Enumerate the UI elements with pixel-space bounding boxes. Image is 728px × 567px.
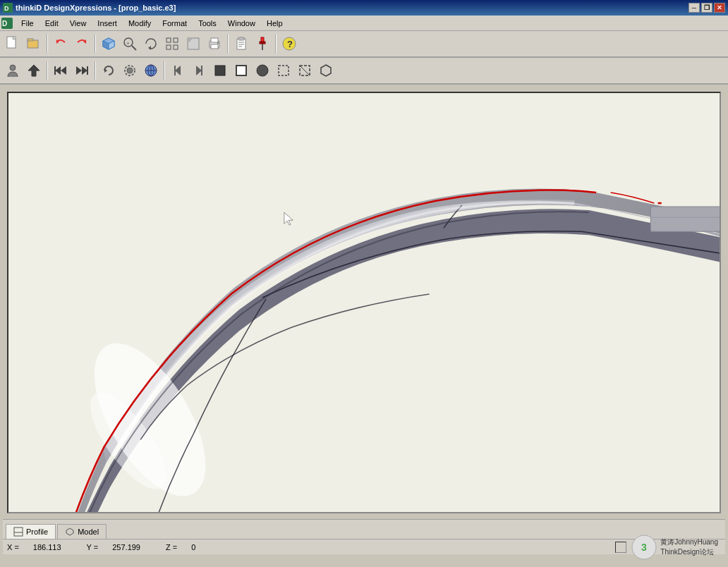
svg-marker-55 bbox=[196, 66, 202, 75]
bottom-panel: Profile Model X = 186.113 Y = 257.199 Z … bbox=[3, 519, 725, 554]
profile-view-btn[interactable] bbox=[3, 61, 23, 80]
globe-btn[interactable] bbox=[141, 61, 161, 80]
svg-text:D: D bbox=[4, 5, 9, 12]
status-y-value: 257.199 bbox=[112, 543, 140, 551]
status-bar: X = 186.113 Y = 257.199 Z = 0 3 bbox=[3, 539, 725, 554]
tab-profile[interactable]: Profile bbox=[6, 524, 56, 539]
menu-view[interactable]: View bbox=[64, 18, 92, 29]
rotate-btn[interactable] bbox=[141, 34, 161, 54]
title-text: thinkiD DesignXpressions - [prop_basic.e… bbox=[16, 4, 176, 12]
svg-marker-63 bbox=[321, 65, 331, 76]
svg-line-62 bbox=[300, 66, 310, 75]
status-bar-right: 3 黄涛JohnnyHuang ThinkDesign论坛 bbox=[615, 534, 721, 561]
title-bar-left: D thinkiD DesignXpressions - [prop_basic… bbox=[3, 3, 176, 13]
svg-marker-46 bbox=[104, 68, 107, 73]
app-window: D thinkiD DesignXpressions - [prop_basic… bbox=[0, 0, 728, 567]
zoom-btn[interactable]: + bbox=[120, 34, 140, 54]
svg-point-27 bbox=[217, 42, 219, 44]
clipboard-btn[interactable] bbox=[231, 34, 251, 54]
sep1 bbox=[47, 35, 48, 53]
circle-btn[interactable] bbox=[253, 61, 272, 80]
app-restore-btn[interactable]: ❐ bbox=[701, 3, 712, 13]
half-box-btn[interactable] bbox=[295, 61, 315, 80]
toolbar-secondary bbox=[0, 58, 728, 85]
svg-rect-19 bbox=[174, 38, 178, 42]
title-bar-controls: ─ ❐ ✕ bbox=[688, 3, 725, 13]
svg-marker-17 bbox=[148, 46, 151, 50]
settings-btn[interactable] bbox=[120, 61, 140, 80]
menu-window[interactable]: Window bbox=[222, 18, 261, 29]
menu-bar: D File Edit View Insert Modify Format To… bbox=[0, 16, 728, 31]
refresh-btn[interactable] bbox=[99, 61, 119, 80]
svg-point-47 bbox=[127, 68, 133, 73]
menu-help[interactable]: Help bbox=[261, 18, 289, 29]
main-viewport[interactable] bbox=[7, 92, 721, 513]
sep6 bbox=[95, 61, 96, 80]
app-minimize-btn[interactable]: ─ bbox=[688, 3, 700, 13]
help-btn[interactable]: ? bbox=[279, 34, 299, 54]
svg-marker-72 bbox=[66, 528, 73, 535]
menu-edit[interactable]: Edit bbox=[40, 18, 64, 29]
tab-model[interactable]: Model bbox=[57, 524, 107, 539]
content-area: Profile Model X = 186.113 Y = 257.199 Z … bbox=[0, 85, 728, 567]
hex-btn[interactable] bbox=[316, 61, 336, 80]
menu-file[interactable]: File bbox=[16, 18, 40, 29]
sep4 bbox=[275, 35, 277, 53]
logo-text: 黄涛JohnnyHuang ThinkDesign论坛 bbox=[660, 537, 718, 557]
dotted-box-btn[interactable] bbox=[274, 61, 293, 80]
status-x-value: 186.113 bbox=[33, 543, 61, 551]
svg-rect-6 bbox=[28, 40, 38, 48]
menu-format[interactable]: Format bbox=[157, 18, 193, 29]
status-y-label: Y = bbox=[87, 543, 99, 551]
status-x-label: X = bbox=[7, 543, 19, 551]
svg-marker-40 bbox=[55, 66, 61, 75]
svg-rect-45 bbox=[87, 66, 88, 75]
svg-marker-44 bbox=[82, 66, 87, 75]
svg-text:+: + bbox=[126, 40, 130, 47]
logo-area: 3 黄涛JohnnyHuang ThinkDesign论坛 bbox=[631, 534, 718, 561]
svg-rect-70 bbox=[14, 528, 23, 536]
view-left-btn[interactable] bbox=[168, 61, 188, 80]
forward-btn[interactable] bbox=[72, 61, 92, 80]
solid-box-btn[interactable] bbox=[210, 61, 230, 80]
menu-insert[interactable]: Insert bbox=[92, 18, 123, 29]
3d-view-btn[interactable] bbox=[99, 34, 119, 54]
logo-line2: ThinkDesign论坛 bbox=[660, 547, 718, 557]
redo-btn[interactable] bbox=[72, 34, 92, 54]
svg-text:?: ? bbox=[287, 39, 293, 49]
app-icon: D bbox=[3, 3, 13, 13]
menu-modify[interactable]: Modify bbox=[123, 18, 157, 29]
title-bar: D thinkiD DesignXpressions - [prop_basic… bbox=[0, 0, 728, 16]
svg-rect-29 bbox=[238, 37, 244, 40]
pin-btn[interactable] bbox=[253, 34, 272, 54]
shade-btn[interactable] bbox=[183, 34, 203, 54]
undo-btn[interactable] bbox=[51, 34, 71, 54]
svg-marker-43 bbox=[76, 66, 82, 75]
3d-viewport-svg bbox=[8, 93, 720, 512]
logo-line1: 黄涛JohnnyHuang bbox=[660, 537, 718, 547]
print-btn[interactable] bbox=[205, 34, 224, 54]
svg-marker-41 bbox=[61, 66, 66, 75]
menu-tools[interactable]: Tools bbox=[193, 18, 222, 29]
model-tab-icon bbox=[65, 527, 75, 537]
rewind-btn[interactable] bbox=[51, 61, 71, 80]
svg-rect-54 bbox=[174, 66, 176, 75]
tab-model-label: Model bbox=[78, 528, 99, 536]
open-btn[interactable] bbox=[24, 34, 44, 54]
new-btn[interactable] bbox=[3, 34, 23, 54]
sep7 bbox=[164, 61, 165, 80]
sep2 bbox=[95, 35, 96, 53]
arrow-btn[interactable] bbox=[24, 61, 44, 80]
svg-rect-25 bbox=[211, 38, 218, 42]
svg-rect-20 bbox=[166, 45, 171, 49]
outline-box-btn[interactable] bbox=[231, 61, 251, 80]
svg-rect-34 bbox=[260, 42, 265, 44]
svg-text:D: D bbox=[2, 20, 7, 28]
app-close-btn[interactable]: ✕ bbox=[714, 3, 725, 13]
grid-btn[interactable] bbox=[162, 34, 182, 54]
toolbar-main: + bbox=[0, 31, 728, 58]
svg-rect-56 bbox=[201, 66, 202, 75]
status-indicator bbox=[615, 542, 626, 553]
view-right-btn[interactable] bbox=[189, 61, 209, 80]
svg-rect-58 bbox=[236, 66, 246, 75]
